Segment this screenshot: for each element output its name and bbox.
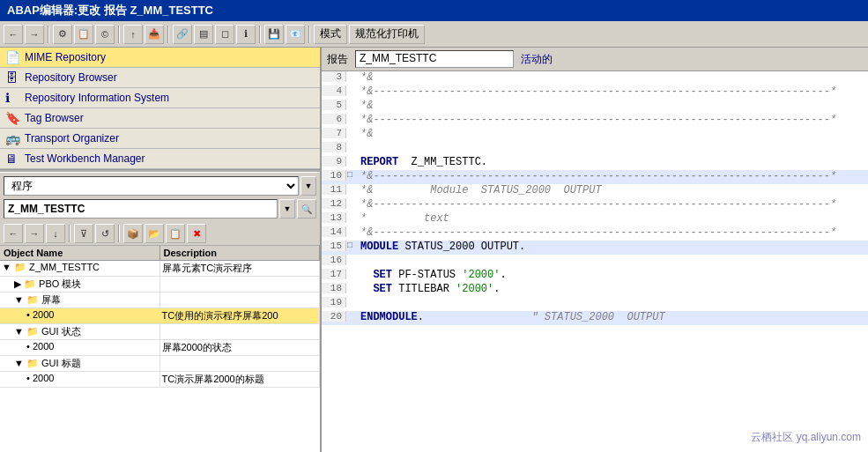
nav-refresh-btn[interactable]: ↺ — [95, 224, 115, 243]
nav-back-btn[interactable]: ← — [4, 224, 23, 243]
tree-row[interactable]: ▼ 📁 GUI 状态 — [0, 324, 320, 340]
nav-fwd-btn[interactable]: → — [25, 224, 44, 243]
code-line: 16 — [322, 255, 868, 269]
nav-filter-btn[interactable]: ⊽ — [74, 224, 93, 243]
btn4[interactable]: ↑ — [123, 25, 143, 44]
tree-name-cell: ▶ 📁 PBO 模块 — [0, 277, 160, 292]
test-icon: 🖥 — [5, 152, 21, 166]
tree-row[interactable]: ▼ 📁 Z_MM_TESTTC 屏幕元素TC演示程序 — [0, 261, 320, 277]
tree-desc-cell — [160, 356, 321, 371]
code-line: 17 SET PF-STATUS '2000'. — [322, 269, 868, 283]
tree-row[interactable]: ▶ 📁 PBO 模块 — [0, 277, 320, 293]
tree-col-name: Object Name — [0, 246, 160, 260]
transport-icon: 🚌 — [5, 131, 21, 145]
report-label: 报告 — [327, 52, 348, 67]
tree-area: Object Name Description ▼ 📁 Z_MM_TESTTC … — [0, 246, 320, 452]
nav-info[interactable]: ℹ Repository Information System — [0, 88, 320, 108]
title-text: ABAP编辑器:更改 报告 Z_MM_TESTTC — [7, 3, 213, 19]
tree-name-cell: ▼ 📁 GUI 标题 — [0, 356, 160, 371]
code-line: 8 — [322, 142, 868, 156]
tree-row[interactable]: ▼ 📁 屏幕 — [0, 293, 320, 308]
btn9[interactable]: ℹ — [236, 25, 256, 44]
nav-items: 📄 MIME Repository 🗄 Repository Browser ℹ… — [0, 48, 320, 169]
nav-sep — [69, 225, 70, 242]
repo-icon: 🗄 — [5, 70, 21, 85]
nav-mime[interactable]: 📄 MIME Repository — [0, 48, 320, 68]
program-type-row: 程序 ▼ — [4, 176, 316, 196]
tree-desc-cell — [160, 324, 321, 339]
nav-obj-btn[interactable]: 📦 — [123, 224, 143, 243]
print-btn[interactable]: 规范化打印机 — [349, 25, 425, 44]
btn5[interactable]: 📥 — [145, 25, 164, 44]
nav-test[interactable]: 🖥 Test Workbench Manager — [0, 149, 320, 169]
program-name-input[interactable] — [4, 199, 278, 219]
code-line: 20 ENDMODULE. " STATUS_2000 OUTPUT — [322, 311, 868, 325]
code-line: 5 *& — [322, 100, 868, 114]
nav-transport[interactable]: 🚌 Transport Organizer — [0, 129, 320, 149]
btn7[interactable]: ▤ — [194, 25, 213, 44]
tree-row[interactable]: ▼ 📁 GUI 标题 — [0, 356, 320, 372]
sep1 — [48, 26, 49, 43]
sep2 — [118, 26, 120, 43]
nav-test-label: Test Workbench Manager — [25, 152, 145, 165]
nav-transport-label: Transport Organizer — [25, 132, 119, 144]
btn1[interactable]: ⚙ — [53, 25, 72, 44]
info-icon: ℹ — [5, 91, 21, 105]
btn8[interactable]: ◻ — [215, 25, 234, 44]
nav-close-btn[interactable]: ✖ — [187, 224, 206, 243]
nav-props-btn[interactable]: 📋 — [166, 224, 185, 243]
right-panel: 报告 Z_MM_TESTTC 活动的 3 *& 4 *&------------… — [322, 48, 868, 452]
sep3 — [167, 26, 169, 43]
code-line: 14 *&-----------------------------------… — [322, 226, 868, 241]
nav-tag[interactable]: 🔖 Tag Browser — [0, 108, 320, 129]
tree-desc-cell: 屏幕元素TC演示程序 — [160, 261, 321, 276]
report-name-box: Z_MM_TESTTC — [355, 50, 514, 68]
tree-name-cell: • 2000 — [0, 308, 160, 323]
program-type-select[interactable]: 程序 — [4, 176, 299, 196]
tree-desc-cell: 屏幕2000的状态 — [160, 340, 321, 355]
nav-sep2 — [118, 225, 120, 242]
btn2[interactable]: 📋 — [74, 25, 93, 44]
left-panel: 📄 MIME Repository 🗄 Repository Browser ℹ… — [0, 48, 322, 452]
code-line: 3 *& — [322, 71, 868, 85]
nav-info-label: Repository Information System — [25, 92, 169, 104]
code-line: 11 *& Module STATUS_2000 OUTPUT — [322, 184, 868, 198]
tree-row[interactable]: • 2000 TC演示屏幕2000的标题 — [0, 372, 320, 388]
code-editor[interactable]: 3 *& 4 *&-------------------------------… — [322, 71, 868, 452]
mode-btn[interactable]: 模式 — [314, 25, 347, 44]
tree-header: Object Name Description — [0, 246, 320, 261]
code-line: 15 □ MODULE STATUS_2000 OUTPUT. — [322, 241, 868, 255]
program-name-row: ▼ 🔍 — [4, 199, 316, 219]
code-line: 13 * text — [322, 212, 868, 226]
tree-desc-cell: TC演示屏幕2000的标题 — [160, 372, 321, 387]
nav-repo-label: Repository Browser — [25, 71, 117, 84]
back-btn[interactable]: ← — [4, 25, 23, 44]
nav-repo[interactable]: 🗄 Repository Browser — [0, 68, 320, 88]
code-line: 7 *& — [322, 128, 868, 142]
forward-btn[interactable]: → — [25, 25, 44, 44]
toolbar: ← → ⚙ 📋 © ↑ 📥 🔗 ▤ ◻ ℹ 💾 📧 模式 规范化打印机 — [0, 21, 868, 48]
nav-up-btn[interactable]: ↓ — [46, 224, 65, 243]
btn11[interactable]: 📧 — [286, 25, 305, 44]
tree-desc-cell: TC使用的演示程序屏幕200 — [160, 308, 321, 323]
nav-toolbar: ← → ↓ ⊽ ↺ 📦 📂 📋 ✖ — [0, 222, 320, 246]
report-name-text: Z_MM_TESTTC — [360, 52, 436, 64]
code-line: 19 — [322, 297, 868, 311]
nav-tag-label: Tag Browser — [25, 112, 84, 124]
tree-row-selected[interactable]: • 2000 TC使用的演示程序屏幕200 — [0, 308, 320, 324]
btn3[interactable]: © — [95, 25, 115, 44]
main-layout: 📄 MIME Repository 🗄 Repository Browser ℹ… — [0, 48, 868, 452]
code-line: 9 REPORT Z_MM_TESTTC. — [322, 156, 868, 170]
tree-name-cell: ▼ 📁 GUI 状态 — [0, 324, 160, 339]
report-status: 活动的 — [521, 52, 553, 67]
type-dropdown-btn[interactable]: ▼ — [300, 176, 316, 196]
tree-row[interactable]: • 2000 屏幕2000的状态 — [0, 340, 320, 356]
tree-name-cell: ▼ 📁 Z_MM_TESTTC — [0, 261, 160, 276]
btn6[interactable]: 🔗 — [173, 25, 192, 44]
name-search-btn[interactable]: 🔍 — [297, 199, 316, 219]
tree-col-desc: Description — [160, 246, 321, 260]
name-dropdown-btn[interactable]: ▼ — [279, 199, 295, 219]
nav-expand-btn[interactable]: 📂 — [145, 224, 164, 243]
btn10[interactable]: 💾 — [264, 25, 284, 44]
code-line: 4 *&------------------------------------… — [322, 85, 868, 100]
